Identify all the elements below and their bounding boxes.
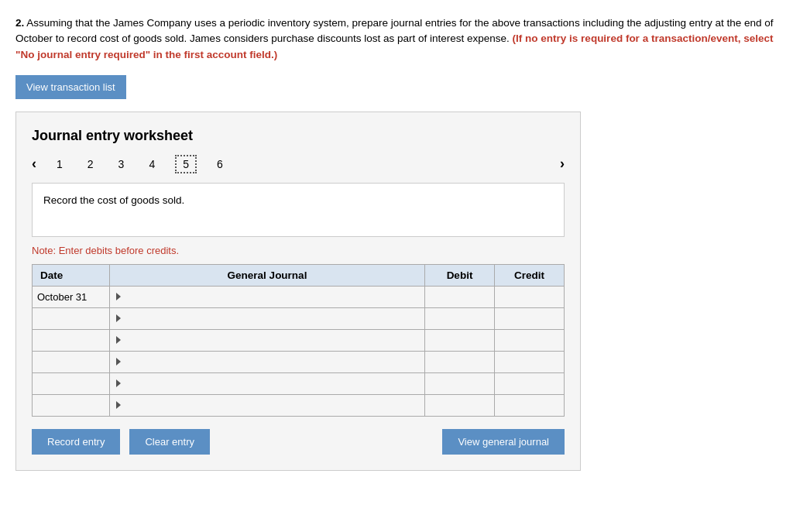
credit-cell-5[interactable]: [495, 394, 565, 416]
tab-4[interactable]: 4: [144, 156, 160, 172]
credit-cell-3[interactable]: [495, 351, 565, 372]
date-cell-5: [33, 394, 110, 416]
table-row: [33, 372, 565, 394]
journal-cell-3[interactable]: [110, 351, 425, 372]
journal-input-2[interactable]: [110, 330, 424, 351]
table-row: October 31: [33, 286, 565, 307]
journal-cell-4[interactable]: [110, 372, 425, 394]
col-header-date: Date: [33, 264, 110, 286]
credit-cell-2[interactable]: [495, 329, 565, 351]
worksheet-container: Journal entry worksheet ‹ 1 2 3 4 5 6 › …: [15, 112, 581, 471]
credit-cell-1[interactable]: [495, 307, 565, 329]
action-buttons: Record entry Clear entry View general jo…: [32, 429, 565, 455]
clear-entry-button[interactable]: Clear entry: [129, 429, 210, 455]
debit-input-0[interactable]: [425, 287, 494, 307]
date-cell-3: [33, 351, 110, 372]
debit-input-5[interactable]: [425, 395, 494, 416]
worksheet-title: Journal entry worksheet: [32, 128, 565, 144]
journal-input-1[interactable]: [110, 308, 424, 329]
record-entry-button[interactable]: Record entry: [32, 429, 120, 455]
journal-cell-0[interactable]: [110, 286, 425, 307]
prev-tab-arrow[interactable]: ‹: [32, 156, 36, 172]
table-row: [33, 394, 565, 416]
credit-input-5[interactable]: [495, 395, 564, 416]
debit-cell-3[interactable]: [425, 351, 495, 372]
credit-input-3[interactable]: [495, 352, 564, 372]
view-transaction-button[interactable]: View transaction list: [15, 75, 126, 99]
journal-cell-2[interactable]: [110, 329, 425, 351]
date-cell-0: October 31: [33, 286, 110, 307]
debit-input-1[interactable]: [425, 308, 494, 329]
debit-cell-5[interactable]: [425, 394, 495, 416]
tab-6[interactable]: 6: [212, 156, 228, 172]
journal-input-3[interactable]: [110, 352, 424, 372]
debit-cell-2[interactable]: [425, 329, 495, 351]
next-tab-arrow[interactable]: ›: [560, 156, 565, 172]
debit-input-3[interactable]: [425, 352, 494, 372]
entry-description: Record the cost of goods sold.: [32, 183, 565, 237]
table-row: [33, 329, 565, 351]
tab-3[interactable]: 3: [114, 156, 129, 172]
debit-input-4[interactable]: [425, 373, 494, 394]
col-header-credit: Credit: [495, 264, 565, 286]
journal-cell-5[interactable]: [110, 394, 425, 416]
journal-input-0[interactable]: [110, 287, 424, 307]
credit-input-1[interactable]: [495, 308, 564, 329]
note-text: Note: Enter debits before credits.: [32, 245, 565, 256]
tab-5[interactable]: 5: [175, 155, 197, 173]
journal-input-5[interactable]: [110, 395, 424, 416]
debit-input-2[interactable]: [425, 330, 494, 351]
credit-input-2[interactable]: [495, 330, 564, 351]
tab-1[interactable]: 1: [52, 156, 67, 172]
journal-cell-1[interactable]: [110, 307, 425, 329]
debit-cell-1[interactable]: [425, 307, 495, 329]
date-cell-4: [33, 372, 110, 394]
credit-cell-0[interactable]: [495, 286, 565, 307]
table-row: [33, 307, 565, 329]
intro-number: 2.: [15, 17, 24, 29]
entry-description-text: Record the cost of goods sold.: [43, 194, 184, 206]
debit-cell-0[interactable]: [425, 286, 495, 307]
intro-paragraph: 2. Assuming that the James Company uses …: [15, 15, 778, 63]
tab-navigation: ‹ 1 2 3 4 5 6 ›: [32, 155, 565, 173]
col-header-debit: Debit: [425, 264, 495, 286]
journal-table: Date General Journal Debit Credit Octobe…: [32, 264, 565, 417]
credit-input-4[interactable]: [495, 373, 564, 394]
debit-cell-4[interactable]: [425, 372, 495, 394]
date-cell-2: [33, 329, 110, 351]
credit-input-0[interactable]: [495, 287, 564, 307]
view-general-journal-button[interactable]: View general journal: [442, 429, 565, 455]
tab-2[interactable]: 2: [83, 156, 98, 172]
journal-input-4[interactable]: [110, 373, 424, 394]
date-cell-1: [33, 307, 110, 329]
credit-cell-4[interactable]: [495, 372, 565, 394]
table-row: [33, 351, 565, 372]
col-header-journal: General Journal: [110, 264, 425, 286]
